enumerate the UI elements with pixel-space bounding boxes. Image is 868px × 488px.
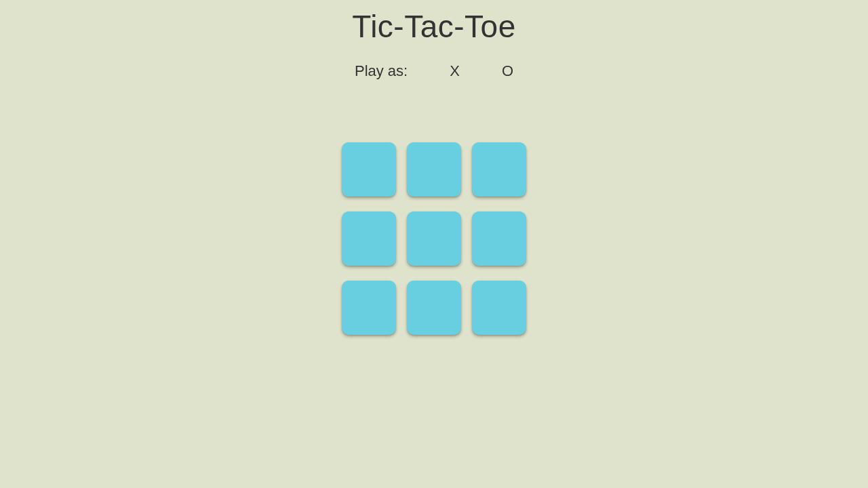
game-board (342, 142, 526, 335)
play-as-option-x[interactable]: X (435, 62, 460, 80)
board-cell-8[interactable] (472, 281, 526, 335)
play-as-label: Play as: (355, 62, 408, 80)
board-cell-6[interactable] (342, 281, 396, 335)
play-as-option-o[interactable]: O (487, 62, 513, 80)
radio-o[interactable] (487, 66, 496, 76)
board-cell-4[interactable] (407, 211, 461, 266)
board-cell-7[interactable] (407, 281, 461, 335)
board-cell-5[interactable] (472, 211, 526, 266)
page-title: Tic-Tac-Toe (352, 8, 516, 45)
board-cell-1[interactable] (407, 142, 461, 197)
play-as-x-label: X (450, 62, 460, 80)
board-cell-3[interactable] (342, 211, 396, 266)
play-as-selector: Play as: X O (355, 62, 513, 80)
radio-x[interactable] (435, 66, 444, 76)
play-as-o-label: O (502, 62, 513, 80)
board-cell-0[interactable] (342, 142, 396, 197)
board-cell-2[interactable] (472, 142, 526, 197)
